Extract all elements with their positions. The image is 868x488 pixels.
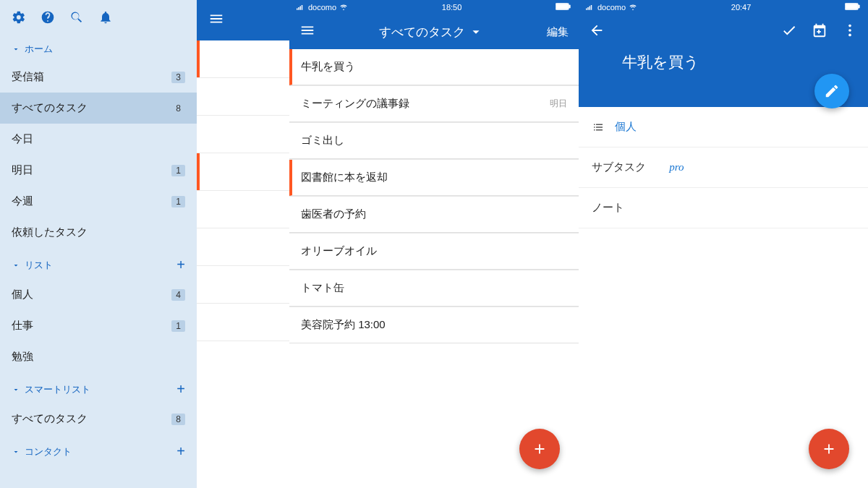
battery-icon [845,3,861,12]
edit-button[interactable]: 編集 [547,25,569,39]
task-row[interactable] [197,304,289,341]
task-row[interactable] [197,40,289,78]
list-row[interactable]: 個人 [579,107,868,147]
section-contacts-label: コンタクト [25,445,72,458]
chevron-down-icon [12,448,20,456]
clock-label: 18:50 [442,3,462,12]
badge: 1 [171,165,185,176]
back-icon[interactable] [589,22,605,41]
panel-sidebar: ホーム 受信箱3 すべてのタスク8 今日 明日1 今週1 依頼したタスク リスト… [0,0,289,488]
svg-rect-0 [297,9,298,10]
panel-task-detail: docomo 20:47 牛乳を買う 個人 サブタスク pro ノート [579,0,868,488]
bell-icon[interactable] [98,10,113,27]
svg-point-14 [848,25,851,27]
badge: 8 [171,414,185,425]
hamburger-icon[interactable] [299,22,315,41]
task-list: 牛乳を買う ミーティングの議事録明日 ゴミ出し 図書館に本を返却 歯医者の予約 … [289,49,579,343]
task-item[interactable]: ゴミ出し [289,123,579,159]
subtask-label: サブタスク [592,160,646,174]
task-row[interactable] [197,116,289,153]
help-icon[interactable] [41,10,55,27]
sidebar-item-personal[interactable]: 個人4 [0,279,197,310]
sidebar-item-delegated[interactable]: 依頼したタスク [0,217,197,248]
chevron-down-icon [12,385,20,394]
section-contacts[interactable]: コンタクト + [0,435,197,466]
add-contact-button[interactable]: + [176,443,185,460]
task-row[interactable] [197,78,289,116]
task-row[interactable] [197,191,289,228]
edit-fab[interactable] [814,74,849,108]
badge: 1 [171,196,185,207]
status-bar: docomo 18:50 [289,0,579,14]
svg-rect-10 [591,5,592,10]
gear-icon[interactable] [12,10,26,27]
sidebar-item-week[interactable]: 今週1 [0,186,197,217]
sidebar: ホーム 受信箱3 すべてのタスク8 今日 明日1 今週1 依頼したタスク リスト… [0,0,197,488]
subtask-row[interactable]: サブタスク pro [579,147,868,188]
svg-rect-6 [556,4,569,9]
svg-rect-7 [586,9,587,10]
pro-badge: pro [669,161,684,174]
svg-rect-2 [300,7,302,10]
task-item[interactable]: 歯医者の予約 [289,197,579,233]
carrier-label: docomo [308,3,336,12]
svg-rect-9 [590,7,591,10]
svg-rect-8 [587,7,589,10]
badge: 1 [171,320,185,332]
section-smart[interactable]: スマートリスト + [0,372,197,403]
task-item[interactable]: トマト缶 [289,270,579,307]
appbar: すべてのタスク 編集 [289,14,579,49]
hamburger-icon[interactable] [208,11,224,30]
detail-body: 個人 サブタスク pro ノート [579,107,868,228]
sidebar-item-inbox[interactable]: 受信箱3 [0,61,197,93]
check-icon[interactable] [781,22,797,41]
add-task-fab[interactable] [519,429,560,469]
svg-rect-1 [298,7,299,10]
list-icon [592,121,605,134]
wifi-icon [339,4,348,11]
badge: 8 [171,103,185,114]
task-row[interactable] [197,228,289,266]
add-task-fab[interactable] [809,429,849,469]
sidebar-item-tomorrow[interactable]: 明日1 [0,155,197,186]
chevron-down-icon [468,24,484,40]
badge: 4 [171,289,185,301]
task-item[interactable]: 美容院予約 13:00 [289,307,579,343]
list-name: 個人 [615,120,637,134]
sidebar-item-study[interactable]: 勉強 [0,341,197,372]
wifi-icon [629,4,637,11]
notes-label: ノート [592,201,624,215]
section-smart-label: スマートリスト [25,383,90,396]
signal-icon [297,4,305,11]
add-list-button[interactable]: + [176,257,185,273]
carrier-label: docomo [597,3,626,12]
badge: 3 [171,72,185,83]
notes-row[interactable]: ノート [579,188,868,228]
task-row[interactable] [197,266,289,304]
section-home[interactable]: ホーム [0,34,197,61]
task-item[interactable]: 図書館に本を返却 [289,160,579,196]
sidebar-item-work[interactable]: 仕事1 [0,310,197,341]
panel1-content [197,0,289,488]
sidebar-item-today[interactable]: 今日 [0,124,197,155]
signal-icon [586,4,595,11]
clock-label: 20:47 [731,3,752,12]
battery-icon [556,3,571,12]
page-title[interactable]: すべてのタスク [379,24,484,40]
search-icon[interactable] [69,10,84,27]
task-item[interactable]: オリーブオイル [289,234,579,270]
more-icon[interactable] [842,22,858,41]
svg-point-16 [848,34,851,37]
task-item[interactable]: ミーティングの議事録明日 [289,86,579,122]
chevron-down-icon [12,261,20,270]
sidebar-item-smart-all[interactable]: すべてのタスク8 [0,403,197,435]
task-row[interactable] [197,153,289,191]
add-smart-button[interactable]: + [176,381,185,398]
section-lists[interactable]: リスト + [0,248,197,279]
calendar-add-icon[interactable] [812,22,827,41]
sidebar-toolbar [0,0,197,34]
sidebar-item-all-tasks[interactable]: すべてのタスク8 [0,93,197,124]
panel-task-list: docomo 18:50 すべてのタスク 編集 牛乳を買う ミーティングの議事録… [289,0,579,488]
task-item[interactable]: 牛乳を買う [289,49,579,85]
svg-rect-13 [846,4,858,9]
